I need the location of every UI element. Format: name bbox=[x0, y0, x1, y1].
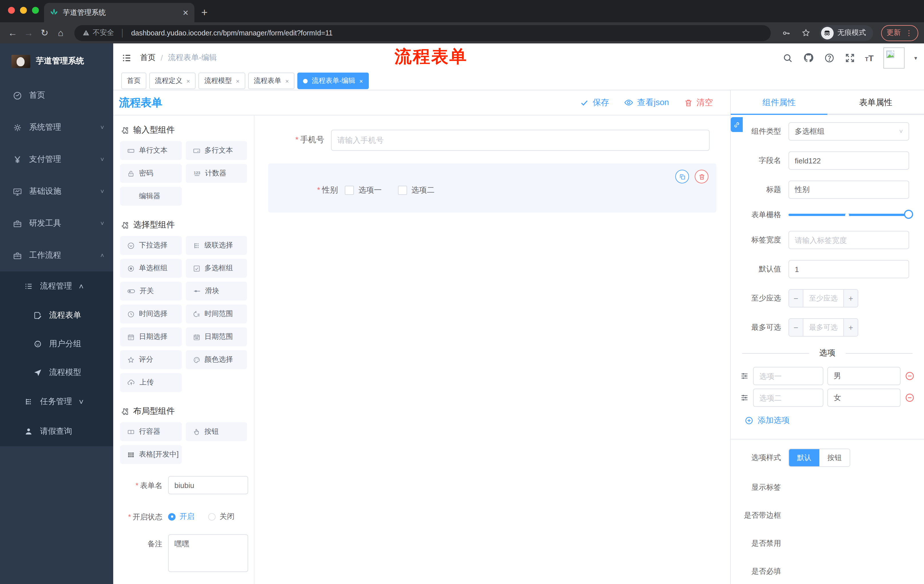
github-icon[interactable] bbox=[802, 52, 814, 63]
home-button[interactable]: ⌂ bbox=[54, 28, 68, 38]
field-name-input[interactable] bbox=[789, 151, 909, 170]
phone-input[interactable] bbox=[331, 130, 710, 151]
component-date-picker[interactable]: 日期选择 bbox=[120, 327, 182, 346]
component-cascader[interactable]: 级联选择 bbox=[186, 236, 247, 255]
view-json-button[interactable]: 查看json bbox=[624, 97, 669, 108]
option1-value-input[interactable] bbox=[827, 367, 901, 385]
component-color-picker[interactable]: 颜色选择 bbox=[186, 350, 247, 369]
reload-button[interactable]: ↻ bbox=[38, 28, 51, 38]
remove-option-icon[interactable] bbox=[904, 371, 915, 381]
component-password[interactable]: 密码 bbox=[120, 164, 182, 183]
close-tab-icon[interactable]: × bbox=[186, 77, 190, 84]
stepper-minus-button[interactable]: − bbox=[789, 290, 804, 307]
option2-label-input[interactable] bbox=[753, 388, 823, 407]
avatar[interactable] bbox=[883, 47, 904, 68]
option2-value-input[interactable] bbox=[827, 388, 901, 407]
slider-handle[interactable] bbox=[904, 210, 913, 219]
avatar-caret-icon[interactable]: ▾ bbox=[914, 54, 917, 61]
component-rate[interactable]: 评分 bbox=[120, 350, 182, 369]
sidebar-item-leave-query[interactable]: 请假查询 bbox=[0, 416, 113, 446]
canvas-field-gender-selected[interactable]: *性别 选项一 选项二 bbox=[268, 163, 716, 212]
component-select[interactable]: 下拉选择 bbox=[120, 236, 182, 255]
form-name-input[interactable] bbox=[168, 476, 248, 494]
component-single-text[interactable]: 单行文本 bbox=[120, 141, 182, 160]
style-default-button[interactable]: 默认 bbox=[789, 449, 819, 466]
help-icon[interactable] bbox=[823, 52, 835, 63]
component-time-range[interactable]: 时间范围 bbox=[186, 304, 247, 323]
breadcrumb-home[interactable]: 首页 bbox=[140, 53, 155, 63]
browser-menu-dots-icon[interactable]: ⋮ bbox=[906, 29, 912, 37]
forward-button[interactable]: → bbox=[22, 28, 35, 38]
new-tab-button[interactable]: + bbox=[201, 6, 208, 19]
sidebar-item-system[interactable]: 系统管理 ˅ bbox=[0, 112, 113, 143]
canvas-field-phone[interactable]: *手机号 bbox=[254, 115, 730, 151]
view-tab-process-definition[interactable]: 流程定义× bbox=[149, 72, 196, 89]
password-key-icon[interactable] bbox=[781, 28, 790, 38]
checkbox-box[interactable] bbox=[398, 186, 407, 195]
duplicate-component-button[interactable] bbox=[675, 170, 689, 183]
drag-handle-icon[interactable] bbox=[740, 393, 749, 402]
max-select-input[interactable] bbox=[804, 319, 843, 336]
component-table[interactable]: 表格[开发中] bbox=[120, 445, 182, 464]
component-time-picker[interactable]: 时间选择 bbox=[120, 304, 182, 323]
delete-component-button[interactable] bbox=[695, 170, 708, 183]
remove-option-icon[interactable] bbox=[904, 393, 915, 403]
tab-component-props[interactable]: 组件属性 bbox=[731, 90, 827, 115]
form-canvas[interactable]: *手机号 *性别 选项一 选项二 bbox=[254, 115, 730, 584]
component-editor[interactable]: 编辑器 bbox=[120, 187, 182, 206]
close-tab-icon[interactable]: ✕ bbox=[182, 8, 189, 17]
sidebar-item-process-form[interactable]: 流程表单 bbox=[0, 301, 113, 330]
close-tab-icon[interactable]: × bbox=[360, 77, 363, 84]
component-slider[interactable]: 滑块 bbox=[186, 282, 247, 301]
bookmark-star-icon[interactable] bbox=[801, 28, 810, 38]
clear-button[interactable]: 清空 bbox=[684, 97, 713, 108]
zoom-window-button[interactable] bbox=[32, 7, 39, 14]
component-type-select[interactable]: 多选框组 ˅ bbox=[789, 122, 909, 141]
form-grid-slider[interactable] bbox=[789, 214, 909, 216]
title-input[interactable] bbox=[789, 181, 909, 199]
close-tab-icon[interactable]: × bbox=[285, 77, 289, 84]
form-remark-textarea[interactable]: 嘿嘿 bbox=[168, 534, 248, 572]
sidebar-item-payment[interactable]: 支付管理 ˅ bbox=[0, 143, 113, 175]
back-button[interactable]: ← bbox=[6, 28, 20, 38]
search-icon[interactable] bbox=[782, 52, 793, 63]
sidebar-item-process-model[interactable]: 流程模型 bbox=[0, 358, 113, 387]
status-radio-off[interactable]: 关闭 bbox=[208, 512, 234, 522]
component-radio-group[interactable]: 单选框组 bbox=[120, 259, 182, 278]
address-bar[interactable]: 不安全 │ dashboard.yudao.iocoder.cn/bpm/man… bbox=[74, 25, 771, 41]
security-warning[interactable]: 不安全 bbox=[82, 28, 114, 38]
sidebar-item-process-mgmt[interactable]: 流程管理 ˄ bbox=[0, 271, 113, 301]
save-button[interactable]: 保存 bbox=[580, 97, 609, 108]
status-radio-on[interactable]: 开启 bbox=[168, 512, 195, 522]
sidebar-item-task-mgmt[interactable]: 任务管理 ˅ bbox=[0, 387, 113, 416]
sidebar-item-infra[interactable]: 基础设施 ˅ bbox=[0, 175, 113, 207]
update-browser-button[interactable]: 更新 ⋮ bbox=[881, 25, 918, 41]
component-button[interactable]: 按钮 bbox=[186, 422, 247, 441]
view-tab-process-model[interactable]: 流程模型× bbox=[199, 72, 245, 89]
view-tab-process-form-edit[interactable]: 流程表单-编辑× bbox=[298, 72, 369, 89]
min-select-input[interactable] bbox=[804, 290, 843, 307]
component-switch[interactable]: 开关 bbox=[120, 282, 182, 301]
link-handle[interactable] bbox=[731, 117, 743, 132]
gender-checkbox-option2[interactable]: 选项二 bbox=[398, 185, 434, 196]
add-option-button[interactable]: 添加选项 bbox=[744, 415, 924, 426]
label-width-input[interactable] bbox=[789, 231, 909, 249]
component-counter[interactable]: 计数器 bbox=[186, 164, 247, 183]
sidebar-item-home[interactable]: 首页 bbox=[0, 79, 113, 112]
component-checkbox-group[interactable]: 多选框组 bbox=[186, 259, 247, 278]
close-window-button[interactable] bbox=[8, 7, 15, 14]
fullscreen-icon[interactable] bbox=[844, 52, 855, 63]
option1-label-input[interactable] bbox=[753, 367, 823, 385]
close-tab-icon[interactable]: × bbox=[236, 77, 239, 84]
checkbox-box[interactable] bbox=[345, 186, 354, 195]
drag-handle-icon[interactable] bbox=[740, 372, 749, 380]
component-multi-text[interactable]: 多行文本 bbox=[186, 141, 247, 160]
component-date-range[interactable]: 日期范围 bbox=[186, 327, 247, 346]
style-button-button[interactable]: 按钮 bbox=[819, 449, 850, 466]
component-upload[interactable]: 上传 bbox=[120, 373, 182, 392]
stepper-plus-button[interactable]: + bbox=[843, 319, 858, 336]
sidebar-item-user-group[interactable]: 用户分组 bbox=[0, 330, 113, 358]
default-value-input[interactable] bbox=[789, 260, 909, 278]
minimize-window-button[interactable] bbox=[20, 7, 27, 14]
sidebar-item-workflow[interactable]: 工作流程 ˄ bbox=[0, 239, 113, 271]
